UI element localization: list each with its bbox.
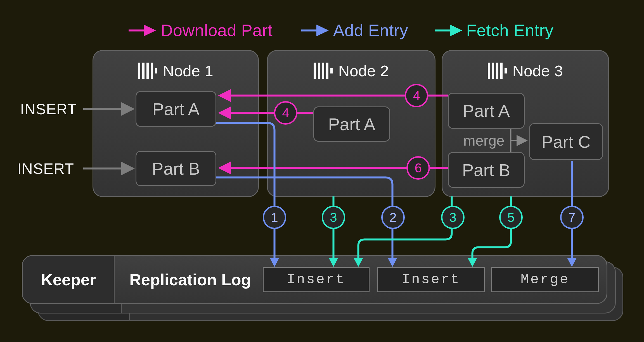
fetch-entry-line-3b: [358, 196, 452, 258]
step-badge-download-4b: 4: [405, 84, 428, 107]
legend-add-arrowhead-icon: [316, 25, 329, 36]
add-entry-line-1: [216, 123, 274, 258]
fetch-entry-arrowhead-icon: [468, 258, 477, 267]
insert-arrowhead-2-icon: [121, 162, 135, 175]
legend-fetch-arrowhead-icon: [450, 25, 462, 36]
download-arrowhead-icon: [218, 106, 231, 119]
step-badge-5: 5: [499, 206, 523, 229]
step-badge-1: 1: [263, 206, 286, 229]
download-arrowhead-icon: [218, 162, 231, 174]
add-entry-line-2: [216, 177, 392, 258]
connector-lines: [0, 0, 644, 342]
add-entry-arrowhead-icon: [270, 258, 279, 267]
step-badge-3a: 3: [322, 206, 345, 229]
insert-arrowhead-1-icon: [121, 102, 135, 116]
download-arrowhead-icon: [218, 89, 231, 102]
step-badge-3b: 3: [441, 206, 465, 229]
fetch-entry-arrowhead-icon: [354, 258, 363, 267]
legend-download-arrowhead-icon: [144, 25, 156, 36]
merge-arrowhead-icon: [517, 135, 528, 146]
fetch-entry-arrowhead-icon: [329, 258, 338, 267]
add-entry-arrowhead-icon: [388, 258, 397, 267]
add-entry-arrowhead-icon: [567, 258, 577, 267]
step-badge-download-4a: 4: [274, 101, 297, 125]
step-badge-2: 2: [381, 206, 405, 229]
step-badge-download-6: 6: [406, 156, 430, 180]
step-badge-7: 7: [560, 206, 584, 229]
replication-diagram: Download Part Add Entry Fetch Entry Node…: [0, 0, 644, 342]
